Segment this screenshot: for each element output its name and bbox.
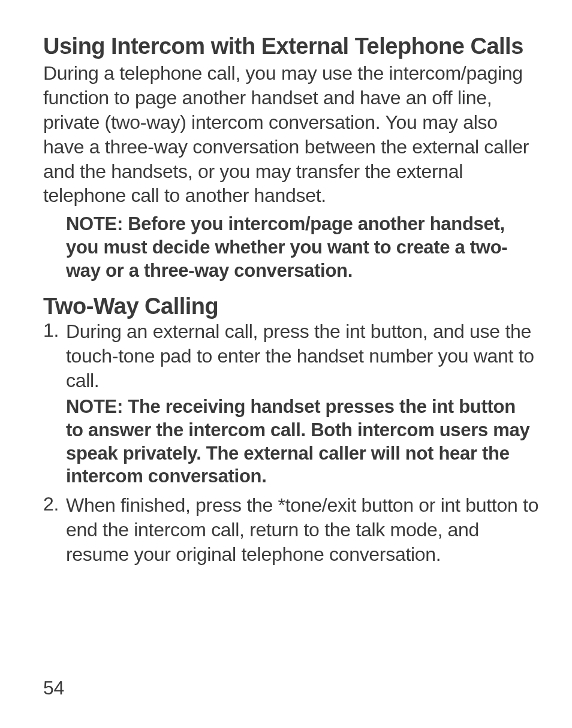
step-text: During an external call, press the int b… — [66, 319, 543, 393]
note-before-intercom: NOTE: Before you intercom/page another h… — [66, 213, 537, 282]
note-block-1: NOTE: Before you intercom/page another h… — [66, 213, 537, 282]
heading-intercom-external: Using Intercom with External Telephone C… — [43, 34, 543, 60]
step-item: During an external call, press the int b… — [43, 319, 543, 488]
step-text: When finished, press the *tone/exit butt… — [66, 493, 543, 567]
document-page: Using Intercom with External Telephone C… — [0, 0, 572, 728]
heading-two-way-calling: Two-Way Calling — [43, 294, 543, 320]
step-note: NOTE: The receiving handset presses the … — [66, 395, 537, 488]
steps-list: During an external call, press the int b… — [43, 319, 543, 567]
step-item: When finished, press the *tone/exit butt… — [43, 493, 543, 567]
page-number: 54 — [43, 677, 64, 699]
paragraph-intercom-intro: During a telephone call, you may use the… — [43, 61, 543, 209]
